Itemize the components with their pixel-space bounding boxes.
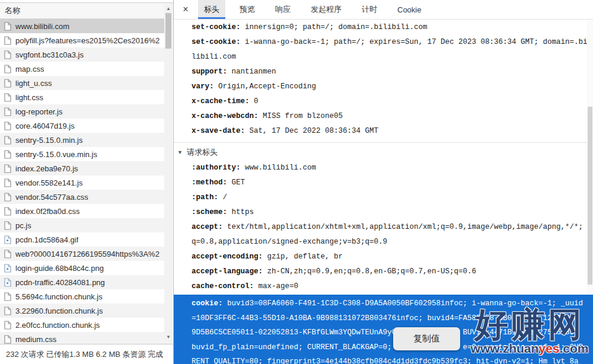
request-row[interactable]: pcdn.1dc586a4.gif bbox=[0, 232, 164, 247]
tab-preview[interactable]: 预览 bbox=[234, 0, 261, 19]
request-row[interactable]: 3.22960.function.chunk.js bbox=[0, 304, 164, 318]
header-row: set-cookie: i-wanna-go-back=-1; path=/; … bbox=[174, 35, 587, 50]
request-row[interactable]: log-reporter.js bbox=[0, 104, 164, 119]
close-icon[interactable]: × bbox=[177, 0, 194, 19]
header-value: text/html,application/xhtml+xml,applicat… bbox=[223, 223, 584, 231]
document-file-icon bbox=[4, 207, 11, 216]
request-name: sentry-5.15.0.min.js bbox=[15, 136, 82, 145]
request-row[interactable]: sentry-5.15.0.min.js bbox=[0, 133, 164, 147]
header-row: :path: / bbox=[174, 190, 587, 205]
network-status-bar: 232 次请求 已传输1.3 MB 6.2 MB 条资源 完成 bbox=[0, 344, 173, 364]
header-name: x-cache-time: bbox=[192, 97, 250, 106]
request-row[interactable]: 5.5694c.function.chunk.js bbox=[0, 289, 164, 304]
request-row[interactable]: medium.css bbox=[0, 332, 164, 344]
image-file-icon bbox=[4, 235, 11, 244]
request-row[interactable]: pcdn-traffic.40284081.png bbox=[0, 275, 164, 289]
file-list: www.bilibili.compolyfill.js?features=es2… bbox=[0, 19, 164, 344]
response-headers-list: set-cookie: innersign=0; path=/; domain=… bbox=[174, 20, 587, 139]
header-name: :scheme: bbox=[192, 208, 227, 216]
request-row[interactable]: pc.js bbox=[0, 218, 164, 232]
request-headers-section-toggle[interactable]: ▼ 请求标头 bbox=[174, 144, 218, 161]
request-row[interactable]: map.css bbox=[0, 62, 164, 76]
tab-cookie[interactable]: Cookie bbox=[391, 0, 427, 19]
section-divider bbox=[174, 142, 593, 143]
request-row[interactable]: core.46047d19.js bbox=[0, 119, 164, 133]
header-value: www.bilibili.com bbox=[241, 164, 317, 172]
document-file-icon bbox=[4, 250, 11, 258]
header-value: buvid_fp_plain=undefined; CURRENT_BLACKG… bbox=[192, 343, 583, 352]
tab-response[interactable]: 响应 bbox=[269, 0, 296, 19]
header-row: :method: GET bbox=[174, 175, 587, 190]
request-name: vendor.5582e141.js bbox=[15, 178, 82, 187]
document-file-icon bbox=[4, 164, 11, 173]
header-name: :authority: bbox=[192, 164, 241, 172]
request-row[interactable]: login-guide.68b48c4c.png bbox=[0, 261, 164, 275]
header-value: / bbox=[218, 193, 227, 202]
header-value: 9D5B6C5CE05011-022052813-KFBfGLWm3YQDwTE… bbox=[192, 328, 579, 337]
header-name: set-cookie: bbox=[192, 23, 241, 31]
request-name: pcdn-traffic.40284081.png bbox=[15, 278, 105, 287]
header-row: x-cache-webcdn: MISS from blzone05 bbox=[174, 109, 587, 124]
request-name: map.css bbox=[15, 65, 44, 74]
request-row[interactable]: vendor.54c577aa.css bbox=[0, 190, 164, 204]
document-file-icon bbox=[4, 150, 11, 159]
header-value: max-age=0 bbox=[254, 282, 298, 290]
request-headers-section-label: 请求标头 bbox=[187, 147, 218, 158]
tab-initiator[interactable]: 发起程序 bbox=[305, 0, 347, 19]
document-file-icon bbox=[4, 50, 11, 59]
header-row: :authority: www.bilibili.com bbox=[174, 161, 587, 175]
right-scrollbar-thumb[interactable] bbox=[588, 107, 592, 285]
request-name: light_u.css bbox=[15, 79, 52, 88]
header-name: accept-language: bbox=[192, 267, 263, 276]
document-file-icon bbox=[4, 79, 11, 88]
request-row[interactable]: svgfont.bc31c0a3.js bbox=[0, 47, 164, 62]
document-file-icon bbox=[4, 136, 11, 145]
scroll-down-icon[interactable]: ▼ bbox=[164, 333, 173, 341]
header-value: innersign=0; path=/; domain=.bilibili.co… bbox=[241, 23, 428, 31]
copy-value-button[interactable]: 复制值 bbox=[393, 327, 460, 350]
cookie-header-selection[interactable]: cookie: buvid3=08FA6060-F491-1C3D-C308-D… bbox=[174, 295, 593, 364]
header-row: accept-language: zh-CN,zh;q=0.9,en;q=0.8… bbox=[174, 264, 587, 279]
left-scrollbar[interactable]: ▲ ▼ bbox=[164, 3, 173, 344]
left-scrollbar-thumb[interactable] bbox=[165, 13, 171, 49]
header-row: libili.com bbox=[174, 50, 587, 65]
header-value: q=0.8,application/signed-exchange;v=b3;q… bbox=[192, 238, 387, 246]
header-value: 0 bbox=[250, 97, 259, 106]
request-name: sentry-5.15.0.vue.min.js bbox=[15, 150, 97, 159]
request-row[interactable]: vendor.5582e141.js bbox=[0, 175, 164, 190]
request-row[interactable]: 2.e0fcc.function.chunk.js bbox=[0, 318, 164, 332]
request-row[interactable]: www.bilibili.com bbox=[0, 19, 164, 33]
request-row[interactable]: index.0f2fba0d.css bbox=[0, 204, 164, 218]
request-name: login-guide.68b48c4c.png bbox=[15, 264, 104, 273]
header-value: RENT_QUALITY=80; fingerprint3=4e144b38cf… bbox=[192, 357, 579, 364]
header-value: Sat, 17 Dec 2022 08:36:34 GMT bbox=[245, 127, 378, 135]
right-scrollbar[interactable] bbox=[587, 20, 593, 295]
request-name: medium.css bbox=[15, 335, 56, 344]
header-value: Origin,Accept-Encoding bbox=[214, 82, 317, 91]
header-row: q=0.8,application/signed-exchange;v=b3;q… bbox=[174, 235, 587, 250]
header-row: =10DF3FF6C-44B3-55D10-A10BA-9B988131072B… bbox=[174, 311, 593, 326]
details-tabbar: × 标头 预览 响应 发起程序 计时 Cookie bbox=[174, 0, 593, 20]
request-row[interactable]: sentry-5.15.0.vue.min.js bbox=[0, 147, 164, 161]
document-file-icon bbox=[4, 36, 11, 45]
request-name: core.46047d19.js bbox=[15, 122, 75, 130]
header-value: libili.com bbox=[192, 53, 236, 61]
header-name: accept: bbox=[192, 223, 223, 231]
header-name: :path: bbox=[192, 193, 218, 202]
tab-headers[interactable]: 标头 bbox=[198, 0, 225, 19]
name-column-header[interactable]: 名称 bbox=[0, 3, 173, 19]
request-row[interactable]: light.css bbox=[0, 90, 164, 104]
header-row: buvid_fp_plain=undefined; CURRENT_BLACKG… bbox=[174, 340, 593, 355]
header-name: accept-encoding: bbox=[192, 253, 263, 261]
scroll-up-icon[interactable]: ▲ bbox=[164, 4, 173, 12]
document-file-icon bbox=[4, 22, 11, 31]
request-row[interactable]: polyfill.js?features=es2015%2Ces2016%2 bbox=[0, 33, 164, 47]
request-row[interactable]: index.2eba9e70.js bbox=[0, 161, 164, 175]
tab-timing[interactable]: 计时 bbox=[356, 0, 383, 19]
request-row[interactable]: light_u.css bbox=[0, 76, 164, 90]
collapse-triangle-icon: ▼ bbox=[177, 149, 183, 155]
name-column-label: 名称 bbox=[5, 5, 20, 16]
request-row[interactable]: web?0000141671266195594https%3A%2 bbox=[0, 247, 164, 261]
header-value: i-wanna-go-back=-1; path=/; expires=Sun,… bbox=[241, 38, 587, 46]
header-name: vary: bbox=[192, 82, 214, 91]
